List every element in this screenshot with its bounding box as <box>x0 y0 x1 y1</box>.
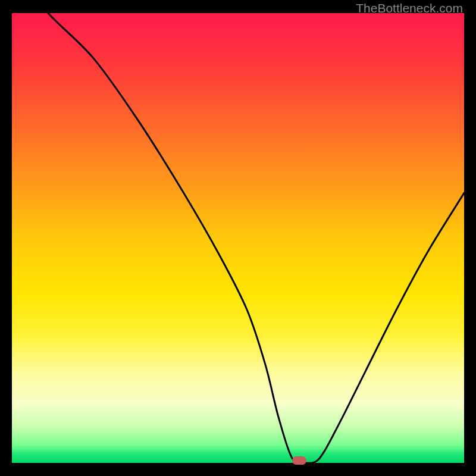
plot-area <box>12 13 464 463</box>
bottleneck-curve <box>12 13 464 463</box>
chart-container: TheBottleneck.com <box>0 0 476 476</box>
optimal-marker <box>292 456 306 465</box>
curve-svg <box>12 13 464 463</box>
